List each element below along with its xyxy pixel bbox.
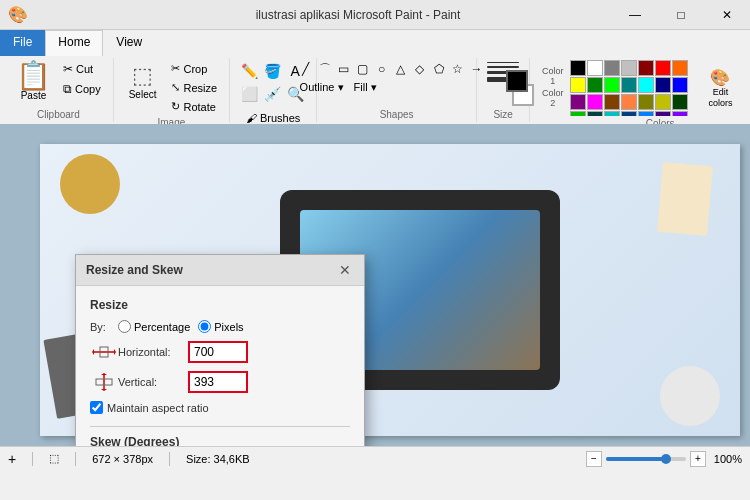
by-label: By: xyxy=(90,321,110,333)
color-swatch[interactable] xyxy=(655,77,671,93)
color-swatch[interactable] xyxy=(638,60,654,76)
color-swatch[interactable] xyxy=(672,94,688,110)
dimensions-text: 672 × 378px xyxy=(92,453,153,465)
star-shape[interactable]: ☆ xyxy=(449,60,467,78)
resize-icon: ⤡ xyxy=(171,81,180,94)
ribbon-tabs: File Home View xyxy=(0,30,750,56)
rotate-button[interactable]: ↻ Rotate xyxy=(167,98,221,115)
color-swatch[interactable] xyxy=(655,60,671,76)
rect-shape[interactable]: ▭ xyxy=(335,60,353,78)
aspect-ratio-checkbox[interactable] xyxy=(90,401,103,414)
aspect-ratio-label: Maintain aspect ratio xyxy=(107,402,209,414)
percentage-option[interactable]: Percentage xyxy=(118,320,190,333)
color-swatch[interactable] xyxy=(570,60,586,76)
copy-icon: ⧉ xyxy=(63,82,72,96)
clipboard-label: Clipboard xyxy=(37,107,80,120)
minimize-button[interactable]: — xyxy=(612,0,658,30)
round-rect-shape[interactable]: ▢ xyxy=(354,60,372,78)
color-swatch[interactable] xyxy=(587,94,603,110)
percentage-radio[interactable] xyxy=(118,320,131,333)
color-swatch[interactable] xyxy=(621,111,637,116)
color-swatch[interactable] xyxy=(672,60,688,76)
add-button[interactable]: + xyxy=(8,451,16,467)
clipboard-content: 📋 Paste ✂ Cut ⧉ Copy xyxy=(12,60,105,107)
color-swatch[interactable] xyxy=(570,94,586,110)
skew-section: Skew (Degrees) Horizontal: xyxy=(90,435,350,446)
color-swatch[interactable] xyxy=(570,111,586,116)
color-swatch[interactable] xyxy=(621,77,637,93)
color-swatch[interactable] xyxy=(604,77,620,93)
resize-button[interactable]: ⤡ Resize xyxy=(167,79,221,96)
color-swatch[interactable] xyxy=(604,60,620,76)
resize-section-label: Resize xyxy=(90,298,350,312)
diamond-shape[interactable]: ◇ xyxy=(411,60,429,78)
color-swatch[interactable] xyxy=(655,94,671,110)
tab-home[interactable]: Home xyxy=(45,30,103,56)
select-label: Select xyxy=(129,89,157,100)
crop-button[interactable]: ✂ Crop xyxy=(167,60,221,77)
decorative-circle xyxy=(60,154,120,214)
image-small-btns: ✂ Crop ⤡ Resize ↻ Rotate xyxy=(167,60,221,115)
picker-button[interactable]: 💉 xyxy=(261,83,283,105)
dialog-close-button[interactable]: ✕ xyxy=(336,261,354,279)
zoom-thumb xyxy=(661,454,671,464)
zoom-in-button[interactable]: + xyxy=(690,451,706,467)
zoom-fill xyxy=(606,457,666,461)
edit-colors-button[interactable]: 🎨 Edit colors xyxy=(698,66,743,111)
cut-button[interactable]: ✂ Cut xyxy=(59,60,105,78)
color-swatch[interactable] xyxy=(604,94,620,110)
status-sep-2 xyxy=(75,452,76,466)
ellipse-shape[interactable]: ○ xyxy=(373,60,391,78)
section-divider xyxy=(90,426,350,427)
color1-box[interactable] xyxy=(506,70,528,92)
color-labels: Color1 Color2 xyxy=(542,67,564,109)
paste-button[interactable]: 📋 Paste xyxy=(12,60,55,103)
fill-button[interactable]: 🪣 xyxy=(261,60,283,82)
select-button[interactable]: ⬚ Select xyxy=(122,60,164,103)
title-bar: 🎨 ilustrasi aplikasi Microsoft Paint - P… xyxy=(0,0,750,30)
color-swatch[interactable] xyxy=(570,77,586,93)
color-palette xyxy=(570,60,695,116)
tab-file[interactable]: File xyxy=(0,30,45,56)
color-swatch[interactable] xyxy=(604,111,620,116)
color-swatch[interactable] xyxy=(638,94,654,110)
paste-icon: 📋 xyxy=(16,62,51,90)
zoom-out-button[interactable]: − xyxy=(586,451,602,467)
select-icon: ⬚ xyxy=(132,63,153,89)
color-swatch[interactable] xyxy=(587,60,603,76)
decorative-paper xyxy=(657,162,713,236)
vertical-input[interactable] xyxy=(188,371,248,393)
crop-icon: ✂ xyxy=(171,62,180,75)
color-swatch[interactable] xyxy=(587,77,603,93)
outline-button[interactable]: Outline ▾ xyxy=(297,80,347,95)
pencil-button[interactable]: ✏️ xyxy=(238,60,260,82)
dialog-title-bar: Resize and Skew ✕ xyxy=(76,255,364,286)
fill-shape-button[interactable]: Fill ▾ xyxy=(351,80,380,95)
pixels-option[interactable]: Pixels xyxy=(198,320,243,333)
color-swatch[interactable] xyxy=(672,77,688,93)
outline-fill-row: Outline ▾ Fill ▾ xyxy=(297,80,380,95)
color-swatch[interactable] xyxy=(587,111,603,116)
copy-button[interactable]: ⧉ Copy xyxy=(59,80,105,98)
color-swatch[interactable] xyxy=(621,94,637,110)
horizontal-input[interactable] xyxy=(188,341,248,363)
close-button[interactable]: ✕ xyxy=(704,0,750,30)
curve-shape[interactable]: ⌒ xyxy=(316,60,334,78)
svg-marker-5 xyxy=(101,373,107,375)
pentagon-shape[interactable]: ⬠ xyxy=(430,60,448,78)
resize-skew-dialog: Resize and Skew ✕ Resize By: Percentage xyxy=(75,254,365,446)
vertical-row: Vertical: xyxy=(90,371,350,393)
line-shape[interactable]: ╱ xyxy=(297,60,315,78)
color-swatch[interactable] xyxy=(621,60,637,76)
maximize-button[interactable]: □ xyxy=(658,0,704,30)
resize-label: Resize xyxy=(183,82,217,94)
eraser-button[interactable]: ⬜ xyxy=(238,83,260,105)
colors-group: Color1 Color2 🎨 Edit colors 🖼 Edit with … xyxy=(530,58,750,122)
triangle-shape[interactable]: △ xyxy=(392,60,410,78)
zoom-controls: − + 100% xyxy=(586,451,742,467)
color-swatch[interactable] xyxy=(638,77,654,93)
skew-section-label: Skew (Degrees) xyxy=(90,435,350,446)
pixels-radio[interactable] xyxy=(198,320,211,333)
tab-view[interactable]: View xyxy=(103,30,155,56)
zoom-slider[interactable] xyxy=(606,457,686,461)
